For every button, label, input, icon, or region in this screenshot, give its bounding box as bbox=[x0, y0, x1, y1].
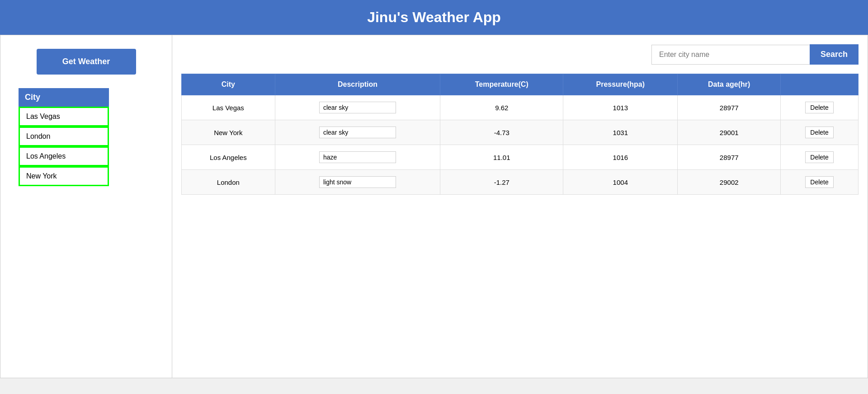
cell-city: Las Vegas bbox=[182, 95, 275, 120]
col-description: Description bbox=[275, 74, 440, 95]
cell-city: London bbox=[182, 170, 275, 195]
col-data-age: Data age(hr) bbox=[678, 74, 781, 95]
cell-temperature: -1.27 bbox=[440, 170, 563, 195]
search-input[interactable] bbox=[651, 45, 810, 65]
app-header: Jinu's Weather App bbox=[0, 0, 868, 35]
cell-pressure: 1031 bbox=[563, 120, 678, 145]
col-temperature: Temperature(C) bbox=[440, 74, 563, 95]
app-title: Jinu's Weather App bbox=[367, 9, 501, 25]
cell-actions: Delete bbox=[781, 120, 859, 145]
cell-description bbox=[275, 145, 440, 170]
description-input[interactable] bbox=[319, 176, 396, 188]
cell-data-age: 28977 bbox=[678, 95, 781, 120]
city-list-item[interactable]: New York bbox=[19, 166, 109, 186]
city-list-header: City bbox=[19, 88, 109, 107]
col-city: City bbox=[182, 74, 275, 95]
cell-actions: Delete bbox=[781, 145, 859, 170]
weather-table: City Description Temperature(C) Pressure… bbox=[181, 74, 859, 195]
cell-description bbox=[275, 170, 440, 195]
cell-actions: Delete bbox=[781, 95, 859, 120]
delete-button[interactable]: Delete bbox=[805, 151, 833, 163]
cell-actions: Delete bbox=[781, 170, 859, 195]
table-row: Los Angeles11.01101628977Delete bbox=[182, 145, 859, 170]
content-area: Search City Description Temperature(C) P… bbox=[172, 35, 868, 378]
search-button[interactable]: Search bbox=[810, 44, 859, 65]
description-input[interactable] bbox=[319, 102, 396, 113]
cell-pressure: 1013 bbox=[563, 95, 678, 120]
city-list-item[interactable]: Los Angeles bbox=[19, 146, 109, 166]
city-list-item[interactable]: Las Vegas bbox=[19, 107, 109, 127]
get-weather-button[interactable]: Get Weather bbox=[37, 49, 136, 75]
delete-button[interactable]: Delete bbox=[805, 176, 833, 188]
cell-data-age: 28977 bbox=[678, 145, 781, 170]
description-input[interactable] bbox=[319, 127, 396, 138]
cell-pressure: 1016 bbox=[563, 145, 678, 170]
city-list-item[interactable]: London bbox=[19, 127, 109, 146]
cell-city: New York bbox=[182, 120, 275, 145]
sidebar: Get Weather City Las VegasLondonLos Ange… bbox=[0, 35, 172, 378]
cell-data-age: 29002 bbox=[678, 170, 781, 195]
col-pressure: Pressure(hpa) bbox=[563, 74, 678, 95]
cell-city: Los Angeles bbox=[182, 145, 275, 170]
description-input[interactable] bbox=[319, 151, 396, 163]
cell-temperature: 9.62 bbox=[440, 95, 563, 120]
cell-description bbox=[275, 95, 440, 120]
cell-description bbox=[275, 120, 440, 145]
table-row: London-1.27100429002Delete bbox=[182, 170, 859, 195]
city-list: City Las VegasLondonLos AngelesNew York bbox=[19, 88, 154, 186]
table-row: New York-4.73103129001Delete bbox=[182, 120, 859, 145]
table-row: Las Vegas9.62101328977Delete bbox=[182, 95, 859, 120]
delete-button[interactable]: Delete bbox=[805, 127, 833, 138]
delete-button[interactable]: Delete bbox=[805, 102, 833, 113]
col-actions bbox=[781, 74, 859, 95]
table-header-row: City Description Temperature(C) Pressure… bbox=[182, 74, 859, 95]
search-bar: Search bbox=[181, 44, 859, 65]
cell-pressure: 1004 bbox=[563, 170, 678, 195]
cell-temperature: -4.73 bbox=[440, 120, 563, 145]
main-container: Get Weather City Las VegasLondonLos Ange… bbox=[0, 35, 868, 378]
cell-data-age: 29001 bbox=[678, 120, 781, 145]
cell-temperature: 11.01 bbox=[440, 145, 563, 170]
